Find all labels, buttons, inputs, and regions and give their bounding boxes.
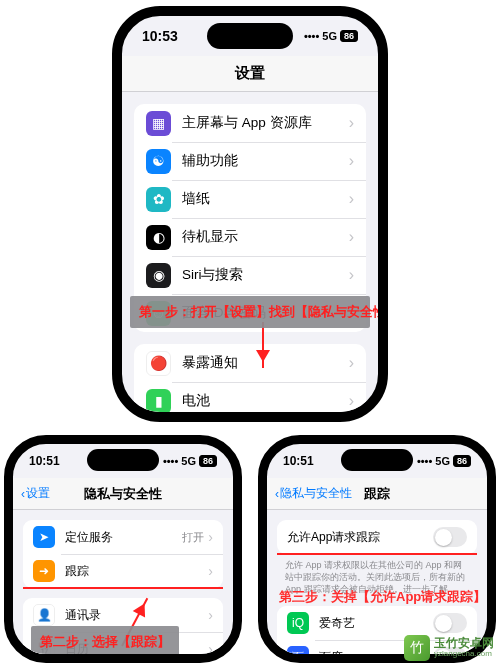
standby-icon: ◐ [146, 225, 171, 250]
baidu-icon: 百 [287, 646, 309, 663]
step-1-callout: 第一步：打开【设置】找到【隐私与安全性】 [130, 296, 370, 328]
chevron-right-icon: › [208, 641, 213, 657]
phone-mock-2: 10:51 ••••5G86 ‹设置 隐私与安全性 ➤定位服务打开› ➜跟踪› … [4, 435, 242, 663]
red-underline [23, 587, 223, 589]
row-label: 爱奇艺 [319, 615, 433, 632]
signal-icon: •••• [417, 455, 432, 467]
status-time: 10:53 [142, 28, 178, 44]
nav-bar: 设置 [122, 56, 378, 92]
arrow-down-icon [262, 322, 264, 368]
exposure-icon: 🔴 [146, 351, 171, 376]
chevron-left-icon: ‹ [21, 487, 25, 501]
notch [341, 449, 413, 471]
row-label: 电池 [182, 392, 349, 410]
status-right: ••••5G86 [163, 455, 217, 467]
phone-mock-1: 10:53 •••• 5G 86 设置 ▦主屏幕与 App 资源库› ☯辅助功能… [112, 6, 388, 422]
accessibility-icon: ☯ [146, 149, 171, 174]
tracking-icon: ➜ [33, 560, 55, 582]
chevron-right-icon: › [349, 228, 354, 246]
watermark-logo-icon: 竹 [404, 635, 430, 661]
page-title: 设置 [235, 64, 265, 83]
chevron-right-icon: › [349, 190, 354, 208]
tracking-toggle-list: 允许App请求跟踪 [277, 520, 477, 554]
row-label: 辅助功能 [182, 152, 349, 170]
row-label: 允许App请求跟踪 [287, 529, 433, 546]
page-title: 隐私与安全性 [84, 485, 162, 503]
back-label: 设置 [26, 485, 50, 502]
network-label: 5G [322, 30, 337, 42]
row-accessibility[interactable]: ☯辅助功能› [134, 142, 366, 180]
signal-icon: •••• [163, 455, 178, 467]
battery-icon: 86 [199, 455, 217, 467]
toggle-off[interactable] [433, 527, 467, 547]
row-label: 待机显示 [182, 228, 349, 246]
phone-mock-3: 10:51 ••••5G86 ‹隐私与安全性 跟踪 允许App请求跟踪 允许 A… [258, 435, 496, 663]
chevron-right-icon: › [349, 266, 354, 284]
row-siri[interactable]: ◉Siri与搜索› [134, 256, 366, 294]
chevron-left-icon: ‹ [275, 487, 279, 501]
row-standby[interactable]: ◐待机显示› [134, 218, 366, 256]
network-label: 5G [435, 455, 450, 467]
row-battery[interactable]: ▮电池› [134, 382, 366, 420]
watermark: 竹 玉竹安卓网 yzlangecha.com [404, 635, 494, 661]
privacy-list-1: ➤定位服务打开› ➜跟踪› [23, 520, 223, 588]
siri-icon: ◉ [146, 263, 171, 288]
watermark-text: 玉竹安卓网 yzlangecha.com [434, 637, 494, 659]
contacts-icon: 👤 [33, 604, 55, 626]
status-right: ••••5G86 [417, 455, 471, 467]
notch [87, 449, 159, 471]
home-icon: ▦ [146, 111, 171, 136]
back-button[interactable]: ‹隐私与安全性 [275, 485, 352, 502]
back-label: 隐私与安全性 [280, 485, 352, 502]
page-title: 跟踪 [364, 485, 390, 503]
status-right: •••• 5G 86 [304, 30, 358, 42]
chevron-right-icon: › [208, 607, 213, 623]
row-tracking[interactable]: ➜跟踪› [23, 554, 223, 588]
back-button[interactable]: ‹设置 [21, 485, 50, 502]
step-2-callout: 第二步：选择【跟踪】 [31, 626, 179, 658]
row-value: 打开 [182, 530, 204, 545]
row-label: Siri与搜索 [182, 266, 349, 284]
chevron-right-icon: › [349, 114, 354, 132]
battery-icon: 86 [453, 455, 471, 467]
signal-icon: •••• [304, 30, 319, 42]
row-label: 跟踪 [65, 563, 208, 580]
row-allow-tracking[interactable]: 允许App请求跟踪 [277, 520, 477, 554]
status-time: 10:51 [283, 454, 314, 468]
battery-row-icon: ▮ [146, 389, 171, 414]
chevron-right-icon: › [349, 152, 354, 170]
row-location[interactable]: ➤定位服务打开› [23, 520, 223, 554]
notch [207, 23, 293, 49]
battery-icon: 86 [340, 30, 358, 42]
chevron-right-icon: › [349, 392, 354, 410]
nav-bar: ‹隐私与安全性 跟踪 [267, 478, 487, 510]
watermark-url: yzlangecha.com [434, 650, 494, 659]
wallpaper-icon: ✿ [146, 187, 171, 212]
location-icon: ➤ [33, 526, 55, 548]
step-3-callout: 第三步：关掉【允许App请求跟踪】 [279, 588, 486, 606]
row-label: 定位服务 [65, 529, 182, 546]
status-time: 10:51 [29, 454, 60, 468]
row-wallpaper[interactable]: ✿墙纸› [134, 180, 366, 218]
row-label: 墙纸 [182, 190, 349, 208]
row-exposure[interactable]: 🔴暴露通知› [134, 344, 366, 382]
network-label: 5G [181, 455, 196, 467]
nav-bar: ‹设置 隐私与安全性 [13, 478, 233, 510]
red-underline [277, 553, 477, 555]
chevron-right-icon: › [349, 354, 354, 372]
iqiyi-icon: iQ [287, 612, 309, 634]
row-home-screen[interactable]: ▦主屏幕与 App 资源库› [134, 104, 366, 142]
settings-list-2: 🔴暴露通知› ▮电池› ✋隐私与安全性› [134, 344, 366, 422]
row-privacy[interactable]: ✋隐私与安全性› [134, 420, 366, 422]
toggle-off[interactable] [433, 613, 467, 633]
chevron-right-icon: › [208, 529, 213, 545]
chevron-right-icon: › [208, 563, 213, 579]
row-label: 主屏幕与 App 资源库 [182, 114, 349, 132]
